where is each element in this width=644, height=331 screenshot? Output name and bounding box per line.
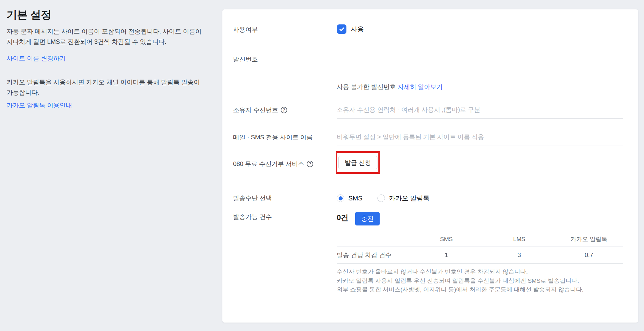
kakao-guide-link[interactable]: 카카오 알림톡 이용안내 [7,100,72,110]
page-title: 기본 설정 [7,8,51,22]
usage-field-label: 사용여부 [233,24,258,34]
table-header-lms: LMS [484,232,554,247]
opt-out-080-label-text: 080 무료 수신거부 서비스 [233,159,304,169]
table-value-kakao: 0.7 [554,247,623,264]
settings-sidebar: 기본 설정 자동 문자 메시지는 사이트 이름이 포함되어 전송됩니다. 사이트… [7,0,213,331]
table-header-kakao: 카카오 알림톡 [554,232,623,247]
opt-out-080-field-label: 080 무료 수신거부 서비스 [233,159,313,169]
sms-site-name-input[interactable] [337,132,623,146]
charge-button[interactable]: 충전 [355,212,380,225]
table-header-row: SMS LMS 카카오 알림톡 [337,232,623,247]
usage-checkbox-label: 사용 [351,25,364,34]
site-name-field-label: 메일 · SMS 전용 사이트 이름 [233,132,313,142]
radio-dot [339,196,343,200]
help-icon[interactable] [281,107,287,113]
deduction-table: SMS LMS 카카오 알림톡 발송 건당 차감 건수 1 3 0.7 [337,232,623,264]
available-count-value: 0건 [337,213,348,223]
send-method-field-label: 발송수단 선택 [233,193,272,203]
sms-intro-text: 자동 문자 메시지는 사이트 이름이 포함되어 전송됩니다. 사이트 이름이 지… [7,26,210,47]
checkbox-checked-icon[interactable] [337,24,346,34]
sender-note-text: 사용 불가한 발신번호 [337,83,397,90]
owner-number-input[interactable] [337,105,623,119]
sender-number-field-label: 발신번호 [233,54,258,64]
table-header-empty [337,232,409,247]
kakao-intro-text: 카카오 알림톡을 사용하시면 카카오 채널 아이디를 통해 알림톡 발송이 가능… [7,77,210,98]
table-header-sms: SMS [409,232,484,247]
footer-notes: 수신자 번호가 올바르지 않거나 수신불가 번호인 경우 차감되지 않습니다. … [337,267,631,294]
radio-sms-label: SMS [348,194,362,202]
send-method-radio-group: SMS 카카오 알림톡 [337,194,429,203]
table-value-sms: 1 [409,247,484,264]
owner-number-field-label: 소유자 수신번호 [233,105,287,115]
sender-note-learn-more-link[interactable]: 자세히 알아보기 [397,83,443,90]
radio-unselected-icon[interactable] [377,194,385,202]
basic-settings-panel: 사용여부 사용 발신번호 사용 불가한 발신번호 자세히 알아보기 소유자 수신… [222,9,638,323]
radio-option-sms[interactable]: SMS [337,194,362,202]
usage-checkbox[interactable]: 사용 [337,24,364,34]
table-row: 발송 건당 차감 건수 1 3 0.7 [337,247,623,264]
check-icon [339,26,344,31]
table-value-lms: 3 [484,247,554,264]
send-count-field-label: 발송가능 건수 [233,212,272,222]
sender-number-note: 사용 불가한 발신번호 자세히 알아보기 [337,82,443,92]
help-icon[interactable] [307,161,313,167]
radio-option-kakao[interactable]: 카카오 알림톡 [377,194,430,203]
radio-selected-icon[interactable] [337,194,344,202]
owner-number-label-text: 소유자 수신번호 [233,105,278,115]
radio-kakao-label: 카카오 알림톡 [389,194,430,203]
change-site-name-link[interactable]: 사이트 이름 변경하기 [7,53,66,63]
table-row-label: 발송 건당 차감 건수 [337,247,409,264]
red-highlight-annotation: 발급 신청 [336,151,380,174]
issue-request-button[interactable]: 발급 신청 [338,156,377,169]
